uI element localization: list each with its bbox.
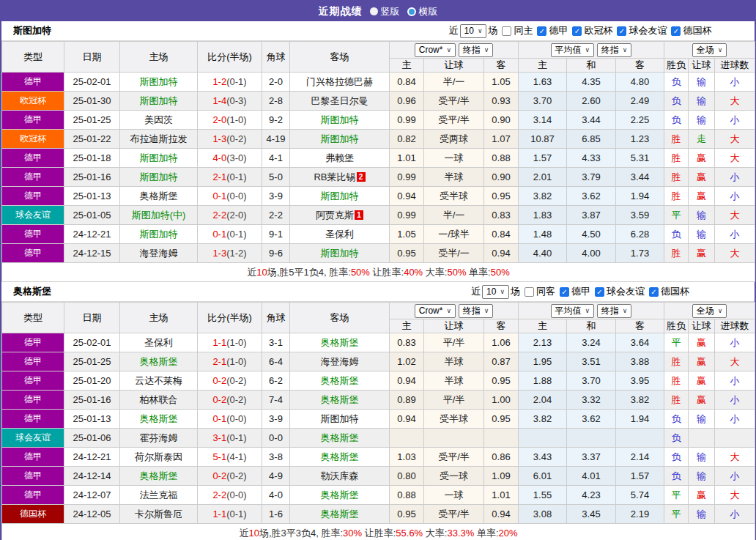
home-team[interactable]: 海登海姆: [120, 244, 198, 263]
home-team[interactable]: 奥格斯堡: [120, 467, 198, 486]
score[interactable]: 1-3(0-2): [198, 130, 262, 149]
home-team[interactable]: 斯图加特: [120, 168, 198, 187]
odds-home: 0.82: [390, 130, 424, 149]
scope-select[interactable]: 全场∨: [692, 43, 727, 57]
avg-away: 1.23: [616, 130, 664, 149]
league-checkbox-2[interactable]: ✓: [617, 26, 626, 36]
score[interactable]: 1-4(0-3): [198, 92, 262, 111]
score[interactable]: 0-1(0-1): [198, 225, 262, 244]
score[interactable]: 0-1(0-0): [198, 187, 262, 206]
layout-option-vertical[interactable]: 竖版: [370, 5, 400, 18]
score[interactable]: 2-2(2-0): [198, 206, 262, 225]
odds-away: 1.05: [484, 73, 519, 92]
avg-draw: 2.60: [567, 92, 616, 111]
away-team[interactable]: 斯图加特: [290, 111, 390, 130]
home-team[interactable]: 布拉迪斯拉发: [120, 130, 198, 149]
match-row: 欧冠杯25-01-22布拉迪斯拉发1-3(0-2)4-19斯图加特0.82受两球…: [2, 130, 755, 149]
score[interactable]: 1-1(1-0): [198, 333, 262, 352]
away-team[interactable]: 奥格斯堡: [290, 391, 390, 410]
home-team[interactable]: 斯图加特: [120, 92, 198, 111]
average-stage-select[interactable]: 终指∨: [597, 304, 632, 318]
average-stage-select[interactable]: 终指∨: [597, 43, 632, 57]
league-checkbox-3[interactable]: ✓: [671, 26, 681, 36]
home-team[interactable]: 奥格斯堡: [120, 352, 198, 371]
odds-company-select[interactable]: Crow*∨: [415, 304, 456, 318]
odds-stage-select[interactable]: 终指∨: [459, 304, 494, 318]
score[interactable]: 0-2(0-2): [198, 391, 262, 410]
away-team[interactable]: 斯图加特: [290, 410, 390, 429]
result-goals: 小: [715, 333, 755, 352]
matches-table: 类型日期主场比分(半场)角球客场Crow*∨ 终指∨平均值∨ 终指∨全场∨主让球…: [1, 302, 755, 540]
home-team[interactable]: 美因茨: [120, 111, 198, 130]
score[interactable]: 0-2(0-2): [198, 467, 262, 486]
home-team[interactable]: 斯图加特(中): [120, 206, 198, 225]
away-team[interactable]: 门兴格拉德巴赫: [290, 73, 390, 92]
away-team[interactable]: 巴黎圣日尔曼: [290, 92, 390, 111]
score[interactable]: 5-1(4-1): [198, 448, 262, 467]
average-select[interactable]: 平均值∨: [551, 304, 595, 318]
team-name: 斯图加特: [13, 24, 51, 37]
odds-handicap: 半球: [424, 371, 484, 391]
league-checkbox-0[interactable]: ✓: [560, 287, 569, 297]
home-team[interactable]: 斯图加特: [120, 73, 198, 92]
away-team[interactable]: 斯图加特: [290, 130, 390, 149]
home-team[interactable]: 云达不莱梅: [120, 371, 198, 391]
away-team[interactable]: 弗赖堡: [290, 149, 390, 168]
team-name: 奥格斯堡: [13, 285, 51, 298]
score[interactable]: 1-3(1-2): [198, 244, 262, 263]
score[interactable]: 0-2(0-2): [198, 371, 262, 391]
home-team[interactable]: 奥格斯堡: [120, 187, 198, 206]
home-team[interactable]: 圣保利: [120, 333, 198, 352]
home-team[interactable]: 斯图加特: [120, 225, 198, 244]
score[interactable]: 3-1(0-1): [198, 429, 262, 448]
odds-stage-select[interactable]: 终指∨: [459, 43, 494, 57]
league-checkbox-1[interactable]: ✓: [595, 287, 604, 297]
score[interactable]: 2-0(1-0): [198, 111, 262, 130]
league-checkbox-0[interactable]: ✓: [537, 26, 546, 36]
home-team[interactable]: 荷尔斯泰因: [120, 448, 198, 467]
match-count-select[interactable]: 10∨: [482, 285, 509, 299]
match-date: 25-01-25: [64, 111, 120, 130]
away-team[interactable]: 奥格斯堡: [290, 505, 390, 524]
home-team[interactable]: 法兰克福: [120, 486, 198, 505]
home-team[interactable]: 柏林联合: [120, 391, 198, 410]
score[interactable]: 2-1(0-1): [198, 168, 262, 187]
league-checkbox-2[interactable]: ✓: [649, 287, 659, 297]
same-venue-checkbox[interactable]: [502, 26, 511, 36]
match-count-select[interactable]: 10∨: [460, 24, 487, 38]
away-team[interactable]: 斯图加特: [290, 244, 390, 263]
same-venue-checkbox[interactable]: [525, 287, 534, 297]
score[interactable]: 2-1(1-0): [198, 352, 262, 371]
away-team[interactable]: 奥格斯堡: [290, 333, 390, 352]
away-team[interactable]: 勒沃库森: [290, 467, 390, 486]
away-team[interactable]: 奥格斯堡: [290, 371, 390, 391]
league-checkbox-1[interactable]: ✓: [572, 26, 582, 36]
home-team[interactable]: 斯图加特: [120, 149, 198, 168]
score[interactable]: 4-0(3-0): [198, 149, 262, 168]
odds-company-select[interactable]: Crow*∨: [415, 43, 456, 57]
score[interactable]: 0-1(0-0): [198, 410, 262, 429]
away-team[interactable]: RB莱比锡2: [290, 168, 390, 187]
league-checkbox-label: 欧冠杯: [584, 24, 612, 37]
away-team[interactable]: 海登海姆: [290, 352, 390, 371]
away-team[interactable]: 圣保利: [290, 225, 390, 244]
home-team[interactable]: 霍芬海姆: [120, 429, 198, 448]
layout-option-horizontal[interactable]: 横版: [407, 5, 438, 18]
odds-home: 0.99: [390, 206, 424, 225]
result-goals: 小: [715, 467, 755, 486]
home-team[interactable]: 卡尔斯鲁厄: [120, 505, 198, 524]
same-venue-label: 同主: [514, 24, 533, 37]
score[interactable]: 1-2(0-1): [198, 73, 262, 92]
score[interactable]: 2-2(0-0): [198, 486, 262, 505]
average-select[interactable]: 平均值∨: [551, 43, 595, 57]
home-team[interactable]: 奥格斯堡: [120, 410, 198, 429]
away-team[interactable]: 奥格斯堡: [290, 448, 390, 467]
away-team[interactable]: 奥格斯堡: [290, 429, 390, 448]
away-team[interactable]: 斯图加特: [290, 187, 390, 206]
scope-select[interactable]: 全场∨: [692, 304, 727, 318]
away-team[interactable]: 阿贾克斯1: [290, 206, 390, 225]
away-team[interactable]: 奥格斯堡: [290, 486, 390, 505]
col-subheader: 让球: [689, 59, 715, 73]
avg-away: 1.57: [616, 467, 664, 486]
score[interactable]: 1-1(0-1): [198, 505, 262, 524]
